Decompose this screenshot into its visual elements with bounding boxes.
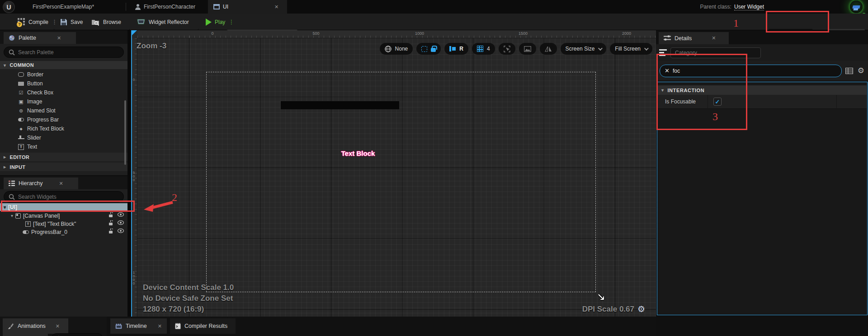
add-animation-button[interactable]: + ANIMATION	[3, 333, 48, 336]
details-settings-gear-icon[interactable]: ⚙	[858, 66, 864, 75]
lock-open-icon[interactable]	[108, 212, 113, 218]
palette-item-slider[interactable]: Slider	[0, 133, 127, 142]
palette-item-namedslot[interactable]: ⊛Named Slot	[0, 106, 127, 115]
screen-size-dropdown[interactable]: Screen Size	[561, 43, 607, 55]
widget-outline-icon[interactable]	[449, 46, 456, 51]
save-button[interactable]: Save	[56, 14, 87, 30]
animations-panel: Animations ✕ + ANIMATION	[0, 317, 107, 336]
tree-label: ProgressBar_0	[31, 229, 67, 235]
palette-item-text[interactable]: TText	[0, 142, 127, 151]
item-label: Rich Text Block	[27, 126, 64, 132]
close-icon[interactable]: ✕	[57, 35, 61, 41]
preview-background-button[interactable]	[519, 43, 536, 55]
designer-canvas[interactable]: 0 500 1000 1500 2000 0 500 1000 Zoom -3 …	[131, 30, 656, 317]
annotation-box-designer	[766, 11, 829, 33]
respect-locks-toggle[interactable]: R	[459, 46, 463, 52]
panel-splitter[interactable]	[127, 30, 131, 336]
parent-class: Parent class: User Widget	[700, 0, 764, 14]
play-options-icon[interactable]: ⋮	[228, 19, 234, 25]
progressbar-widget[interactable]	[281, 101, 399, 109]
palette-item-button[interactable]: Button	[0, 79, 127, 88]
image-icon	[524, 46, 531, 52]
eye-visibility-icon[interactable]	[118, 229, 124, 234]
parent-class-link[interactable]: User Widget	[734, 4, 764, 10]
chevron-right-icon: ▸	[4, 154, 6, 159]
close-icon[interactable]: ✕	[59, 181, 63, 187]
lock-open-icon[interactable]	[108, 229, 113, 234]
tree-row-canvas-panel[interactable]: ▾ [Canvas Panel]	[0, 212, 127, 219]
palette-section-input[interactable]: ▸ INPUT	[0, 163, 127, 171]
tab-timeline[interactable]: Timeline ✕	[110, 318, 167, 334]
palette-item-progressbar[interactable]: Progress Bar	[0, 115, 127, 124]
unreal-logo[interactable]: U	[3, 1, 15, 13]
details-tabstrip: Details ✕	[656, 30, 868, 44]
palette-section-common[interactable]: ▾ COMMON	[0, 61, 127, 69]
timeline-panel: Timeline ✕ Compiler Results	[107, 317, 656, 336]
localization-preview-button[interactable]: None	[380, 43, 413, 55]
selection-lock-group[interactable]	[416, 43, 441, 55]
play-icon	[206, 19, 212, 26]
tab-label: FirstPersonExampleMap*	[33, 4, 94, 10]
grid-snap-size[interactable]: 4	[487, 46, 490, 52]
item-label: Button	[27, 80, 43, 87]
tree-row-progressbar[interactable]: ProgressBar_0	[0, 228, 127, 236]
dpi-settings-gear-icon[interactable]: ⚙	[637, 304, 645, 314]
fill-screen-dropdown[interactable]: Fill Screen	[610, 43, 652, 55]
tree-row-text-block[interactable]: T [Text] "Text Block"	[0, 220, 127, 228]
marquee-select-icon[interactable]	[421, 46, 427, 52]
tab-compiler-results[interactable]: Compiler Results	[170, 318, 236, 334]
zoom-to-fit-button[interactable]	[499, 43, 515, 55]
tab-palette[interactable]: Palette ✕	[4, 32, 76, 44]
chevron-down-icon	[598, 46, 603, 51]
resize-handle-cursor[interactable]	[598, 294, 605, 303]
tab-hierarchy[interactable]: Hierarchy ✕	[4, 177, 78, 189]
browse-button[interactable]: Browse	[87, 14, 125, 30]
palette-panel: Palette ✕ ▾ COMMON Border Button ☑Check …	[0, 30, 127, 175]
save-label: Save	[71, 19, 83, 25]
flip-preview-button[interactable]	[540, 43, 557, 55]
compile-button[interactable]: ? Compile ⋮	[14, 14, 61, 30]
close-icon[interactable]: ✕	[56, 323, 60, 329]
palette-item-image[interactable]: ▣Image	[0, 97, 127, 106]
tab-ui[interactable]: UI ✕	[208, 0, 287, 14]
palette-search[interactable]	[4, 47, 124, 58]
palette-item-checkbox[interactable]: ☑Check Box	[0, 88, 127, 97]
eye-visibility-icon[interactable]	[118, 220, 124, 226]
close-icon[interactable]: ✕	[712, 35, 716, 41]
unreal-umg-editor: U FirstPersonExampleMap* FirstPersonChar…	[0, 0, 868, 336]
animations-search[interactable]	[51, 333, 103, 336]
hierarchy-panel: Hierarchy ✕ ▾ [UI] ▾ [Canvas Panel] T	[0, 176, 127, 317]
row-controls	[108, 220, 124, 226]
widget-reflector-button[interactable]: Widget Reflector	[132, 14, 193, 30]
text-icon: T	[18, 144, 24, 150]
ruler-tick-label: 500	[312, 31, 319, 36]
palette-scrollbar[interactable]	[124, 100, 126, 165]
tab-firstpersonexamplemap[interactable]: FirstPersonExampleMap*	[27, 0, 99, 14]
close-icon[interactable]: ✕	[158, 323, 162, 329]
display-filter-icon[interactable]	[845, 68, 853, 74]
palette-section-editor[interactable]: ▸ EDITOR	[0, 153, 127, 161]
tab-details[interactable]: Details ✕	[659, 32, 729, 44]
lock-icon[interactable]	[431, 48, 436, 52]
tab-animations[interactable]: Animations ✕	[3, 318, 68, 334]
eye-visibility-icon[interactable]	[118, 212, 124, 218]
animations-icon	[8, 323, 14, 329]
lock-open-icon[interactable]	[108, 220, 113, 226]
play-button[interactable]: Play ⋮	[202, 14, 238, 30]
palette-search-input[interactable]	[18, 49, 119, 56]
root-widget-selection-outline[interactable]	[206, 72, 596, 292]
zoom-level-label: Zoom -3	[137, 42, 166, 51]
grid-snap-group[interactable]: 4	[472, 43, 495, 55]
close-icon[interactable]: ✕	[274, 4, 278, 10]
tutorial-icon[interactable]	[850, 0, 863, 13]
hierarchy-search-input[interactable]	[18, 194, 119, 200]
palette-item-richtextblock[interactable]: ◆Rich Text Block	[0, 124, 127, 133]
palette-item-border[interactable]: Border	[0, 70, 127, 79]
compiler-results-title: Compiler Results	[184, 323, 227, 329]
chevron-down-icon[interactable]: ▾	[11, 213, 13, 218]
tab-firstpersoncharacter[interactable]: FirstPersonCharacter	[129, 0, 201, 14]
text-block-widget[interactable]: Text Block	[326, 149, 390, 157]
compile-status-badge: ?	[17, 22, 22, 27]
outline-rule-group[interactable]: R	[444, 43, 468, 55]
column-divider[interactable]	[836, 95, 837, 109]
